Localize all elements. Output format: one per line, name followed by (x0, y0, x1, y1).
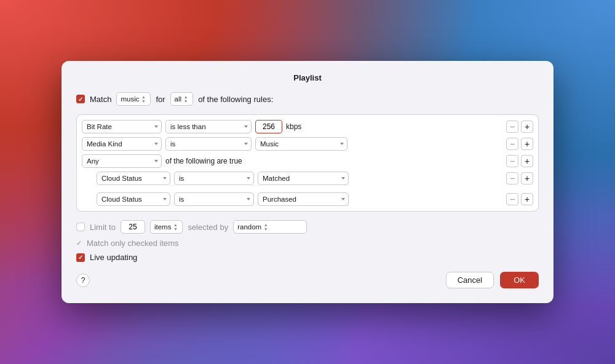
matched-op-wrapper: is (174, 172, 254, 185)
selected-by-select[interactable]: random ▲ ▼ (233, 220, 307, 234)
limit-checkbox[interactable] (76, 223, 85, 231)
mediakind-val-wrapper: Music (255, 137, 347, 151)
purchased-val-select[interactable]: Purchased (258, 192, 349, 206)
match-type-value: music (121, 95, 139, 103)
bitrate-field-wrapper: Bit Rate (82, 120, 162, 133)
mediakind-op-select[interactable]: is (165, 137, 252, 151)
mediakind-field-wrapper: Media Kind (82, 137, 162, 151)
mediakind-val-select[interactable]: Music (255, 137, 347, 151)
purchased-op-select[interactable]: is (174, 192, 254, 206)
matched-val-select[interactable]: Matched (258, 172, 349, 185)
cancel-button[interactable]: Cancel (446, 272, 494, 288)
mediakind-op-wrapper: is (165, 137, 252, 151)
bitrate-op-select[interactable]: is less than (165, 120, 252, 133)
matched-val-wrapper: Matched (258, 172, 349, 185)
bitrate-field-select[interactable]: Bit Rate (82, 120, 162, 133)
matched-plus-btn[interactable]: + (521, 172, 533, 184)
selected-by-arrows: ▲ ▼ (263, 223, 269, 231)
bitrate-rule-btns: − + (506, 121, 533, 133)
rules-section: Bit Rate is less than kbps − + (76, 114, 539, 212)
purchased-op-wrapper: is (174, 192, 254, 206)
mediakind-field-select[interactable]: Media Kind (82, 137, 162, 151)
dialog-title: Playlist (76, 73, 539, 82)
purchased-field-select[interactable]: Cloud Status (97, 192, 170, 206)
matched-rule-btns: − + (506, 172, 533, 184)
live-updating-checkbox[interactable]: ✓ (76, 253, 85, 262)
match-row: ✓ Match music ▲ ▼ for all ▲ ▼ of the fol… (76, 92, 539, 106)
match-checkbox[interactable]: ✓ (76, 95, 85, 103)
any-rule-btns: − + (506, 155, 533, 167)
purchased-minus-btn[interactable]: − (506, 193, 518, 205)
any-minus-btn[interactable]: − (506, 155, 518, 167)
match-type-select[interactable]: music ▲ ▼ (116, 92, 151, 106)
bitrate-op-wrapper: is less than (165, 120, 252, 133)
items-arrows: ▲ ▼ (172, 223, 178, 231)
all-select[interactable]: all ▲ ▼ (170, 92, 194, 106)
footer-buttons: Cancel OK (446, 272, 539, 288)
purchased-plus-btn[interactable]: + (521, 193, 533, 205)
match-label: Match (90, 95, 111, 104)
dialog-overlay: Playlist ✓ Match music ▲ ▼ for all ▲ ▼ (0, 0, 615, 364)
bitrate-value-input[interactable] (255, 120, 282, 133)
purchased-rule-btns: − + (506, 193, 533, 205)
rule-row-any: Any of the following are true − + (82, 154, 533, 168)
all-value: all (175, 95, 182, 103)
limit-label: Limit to (90, 223, 116, 232)
rule-row-matched: Cloud Status is Matched (97, 172, 533, 185)
matched-op-select[interactable]: is (174, 172, 254, 185)
ok-button[interactable]: OK (500, 272, 539, 288)
selected-by-value: random (237, 223, 261, 231)
rule-row-purchased: Cloud Status is Purchased (97, 192, 533, 206)
matched-minus-btn[interactable]: − (506, 172, 518, 184)
mediakind-minus-btn[interactable]: − (506, 138, 518, 150)
live-updating-label: Live updating (90, 253, 137, 262)
items-select[interactable]: items ▲ ▼ (150, 220, 183, 234)
matched-field-select[interactable]: Cloud Status (97, 172, 170, 185)
playlist-dialog: Playlist ✓ Match music ▲ ▼ for all ▲ ▼ (62, 61, 554, 303)
sub-rules: Cloud Status is Matched (97, 172, 533, 206)
limit-row: Limit to items ▲ ▼ selected by random ▲ … (76, 220, 539, 234)
kbps-label: kbps (286, 122, 301, 131)
matched-field-wrapper: Cloud Status (97, 172, 170, 185)
live-updating-row: ✓ Live updating (76, 253, 539, 262)
selected-by-label: selected by (188, 223, 228, 232)
bitrate-plus-btn[interactable]: + (521, 121, 533, 133)
rule-row-bitrate: Bit Rate is less than kbps − + (82, 120, 533, 133)
of-rules-label: of the following rules: (198, 95, 273, 104)
match-type-arrows: ▲ ▼ (140, 95, 146, 103)
footer-row: ? Cancel OK (76, 272, 539, 288)
any-plus-btn[interactable]: + (521, 155, 533, 167)
items-value: items (154, 223, 171, 231)
any-of-text: of the following are true (165, 157, 242, 165)
match-only-check-icon: ✓ (76, 239, 82, 247)
match-only-label: Match only checked items (87, 239, 179, 248)
bitrate-minus-btn[interactable]: − (506, 121, 518, 133)
help-button[interactable]: ? (76, 274, 90, 287)
rule-row-mediakind: Media Kind is Music − + (82, 137, 533, 151)
limit-value-input[interactable] (121, 220, 145, 234)
mediakind-rule-btns: − + (506, 138, 533, 150)
for-label: for (156, 95, 165, 104)
purchased-val-wrapper: Purchased (258, 192, 349, 206)
match-only-row: ✓ Match only checked items (76, 239, 539, 248)
mediakind-plus-btn[interactable]: + (521, 138, 533, 150)
any-field-select[interactable]: Any (82, 154, 162, 168)
purchased-field-wrapper: Cloud Status (97, 192, 170, 206)
any-field-wrapper: Any (82, 154, 162, 168)
all-arrows: ▲ ▼ (183, 95, 189, 103)
